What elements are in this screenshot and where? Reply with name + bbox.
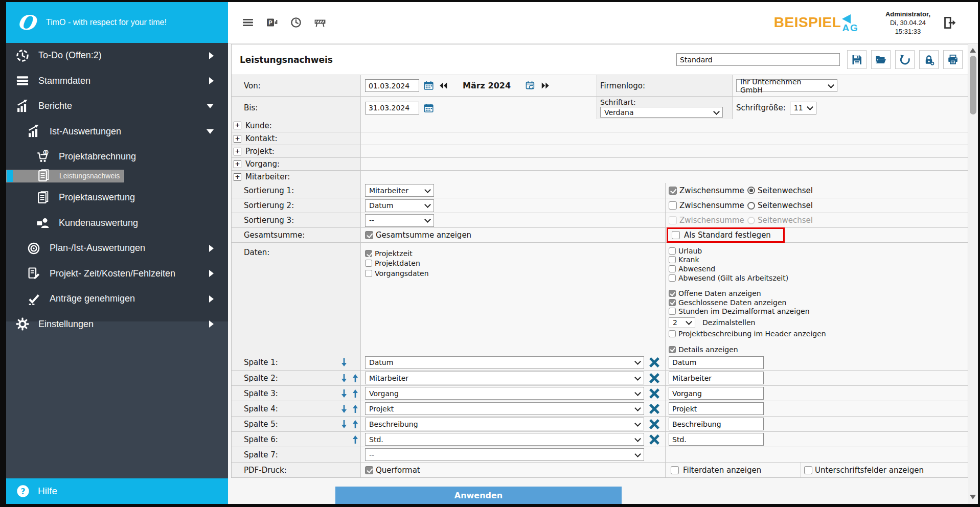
sortierung-select[interactable]: Datum [365,199,434,212]
clear-column-icon[interactable] [649,388,660,399]
sidebar-item-einstellungen[interactable]: Einstellungen [6,312,228,337]
dezimalstellen-select[interactable]: 2 [669,317,695,328]
urlaub-checkbox[interactable] [669,247,676,255]
previous-month-icon[interactable] [438,81,449,90]
barrier-icon[interactable] [314,16,326,29]
projektdaten-checkbox[interactable] [365,260,372,267]
abwesend-gilt-als-arbeitszeit-checkbox[interactable] [669,274,676,282]
sortierung-select[interactable]: Mitarbeiter [365,184,434,197]
als-standard-checkbox[interactable] [672,231,680,239]
spalte-select[interactable]: -- [365,448,644,461]
clock-icon[interactable] [290,16,302,29]
sidebar-item-kundenauswertung[interactable]: Kundenauswertung [6,211,228,236]
seitenwechsel-radio[interactable] [747,187,755,194]
logout-icon[interactable] [943,16,956,30]
spalte-select[interactable]: Projekt [365,402,644,415]
krank-checkbox[interactable] [669,256,676,263]
spalte-select[interactable]: Mitarbeiter [365,372,644,384]
spalte-title-input[interactable] [669,372,764,384]
spalte-title-input[interactable] [669,402,764,415]
move-down-icon[interactable] [340,388,348,399]
expand-plus-icon[interactable] [234,160,241,168]
spalte-select[interactable]: Vorgang [365,387,644,400]
sidebar-item-projektauswertung[interactable]: Projektauswertung [6,185,228,211]
zwischensumme-checkbox[interactable] [669,216,677,224]
expand-plus-icon[interactable] [234,122,241,129]
stunden-im-dezimalformat-anzeigen-checkbox[interactable] [669,308,676,315]
menu-icon[interactable] [242,16,254,29]
move-down-icon[interactable] [340,357,348,368]
clear-column-icon[interactable] [649,434,660,445]
move-up-icon[interactable] [351,388,359,399]
schriftgroesse-select[interactable]: 11 [790,102,816,114]
expand-plus-icon[interactable] [234,148,241,155]
spalte-title-input[interactable] [669,356,764,369]
zwischensumme-checkbox[interactable] [669,201,677,210]
spalte-select[interactable]: Datum [365,356,644,369]
sidebar-item-plan-ist-auswertungen[interactable]: Plan-/Ist-Auswertungen [6,236,228,261]
vorgangsdaten-checkbox[interactable] [365,270,372,277]
spalte-title-input[interactable] [669,433,764,446]
move-down-icon[interactable] [340,419,348,430]
details-checkbox[interactable] [669,346,676,353]
gesamtsumme-checkbox[interactable] [365,231,373,239]
scroll-up-arrow-icon[interactable] [970,48,976,53]
unterschriftsfelder-checkbox[interactable] [804,466,812,474]
scrollbar-thumb[interactable] [970,56,976,114]
sidebar-item-leistungsnachweis[interactable]: Leistungsnachweis [6,170,124,182]
seitenwechsel-radio[interactable] [747,217,755,224]
filterdaten-checkbox[interactable] [671,466,679,474]
sortierung-select[interactable]: -- [365,214,434,227]
sidebar-item-anträge-genehmigen[interactable]: Anträge genehmigen [6,286,228,312]
calendar-icon[interactable] [423,103,434,113]
move-up-icon[interactable] [351,403,359,414]
clear-column-icon[interactable] [649,403,660,414]
sidebar-item-hilfe[interactable]: Hilfe [6,478,228,504]
calendar-icon[interactable] [423,80,434,91]
sidebar-item-stammdaten[interactable]: Stammdaten [6,68,228,94]
geschlossene-daten-anzeigen-checkbox[interactable] [669,299,676,306]
offene-daten-anzeigen-checkbox[interactable] [669,290,676,297]
sidebar-item-to-do-offen-2[interactable]: To-Do (Offen:2) [6,43,228,68]
print-button[interactable] [943,50,963,69]
move-down-icon[interactable] [340,403,348,414]
clear-column-icon[interactable] [649,357,660,368]
firmenlogo-select[interactable]: Ihr Unternehmen GmbH [736,79,837,92]
move-up-icon[interactable] [351,434,359,445]
calendar-reset-icon[interactable] [525,80,536,91]
next-month-icon[interactable] [539,81,551,90]
expand-plus-icon[interactable] [234,173,241,181]
anwenden-button[interactable]: Anwenden [335,487,622,504]
sidebar-item-ist-auswertungen[interactable]: Ist-Auswertungen [6,119,228,145]
schriftart-select[interactable]: Verdana [600,107,723,118]
querformat-checkbox[interactable] [365,466,373,474]
clear-column-icon[interactable] [649,373,660,384]
lock-button[interactable] [919,50,939,69]
move-up-icon[interactable] [351,419,359,430]
project-app-icon[interactable] [266,16,278,29]
undo-button[interactable] [895,50,915,69]
move-down-icon[interactable] [340,373,348,384]
sidebar-item-berichte[interactable]: Berichte [6,94,228,119]
move-up-icon[interactable] [351,373,359,384]
preset-name-input[interactable] [676,53,840,66]
sidebar-item-projektabrechnung[interactable]: Projektabrechnung [6,144,228,170]
spalte-title-input[interactable] [669,387,764,400]
von-date-input[interactable] [365,79,419,92]
zwischensumme-checkbox[interactable] [669,187,677,195]
bis-date-input[interactable] [365,102,419,114]
projektbeschreibung-checkbox[interactable] [669,330,676,337]
spalte-select[interactable]: Beschreibung [365,418,644,430]
scroll-down-arrow-icon[interactable] [970,495,976,499]
sidebar-item-projekt-zeit-kosten-fehlzeiten[interactable]: Projekt- Zeit/Kosten/Fehlzeiten [6,261,228,287]
abwesend-checkbox[interactable] [669,265,676,272]
projektzeit-checkbox[interactable] [365,250,372,257]
spalte-title-input[interactable] [669,418,764,430]
save-button[interactable] [847,50,867,69]
expand-plus-icon[interactable] [234,135,241,143]
open-button[interactable] [871,50,891,69]
seitenwechsel-radio[interactable] [747,202,755,210]
details-row: Details anzeigen [669,345,738,354]
spalte-select[interactable]: Std. [365,433,644,446]
clear-column-icon[interactable] [649,419,660,430]
